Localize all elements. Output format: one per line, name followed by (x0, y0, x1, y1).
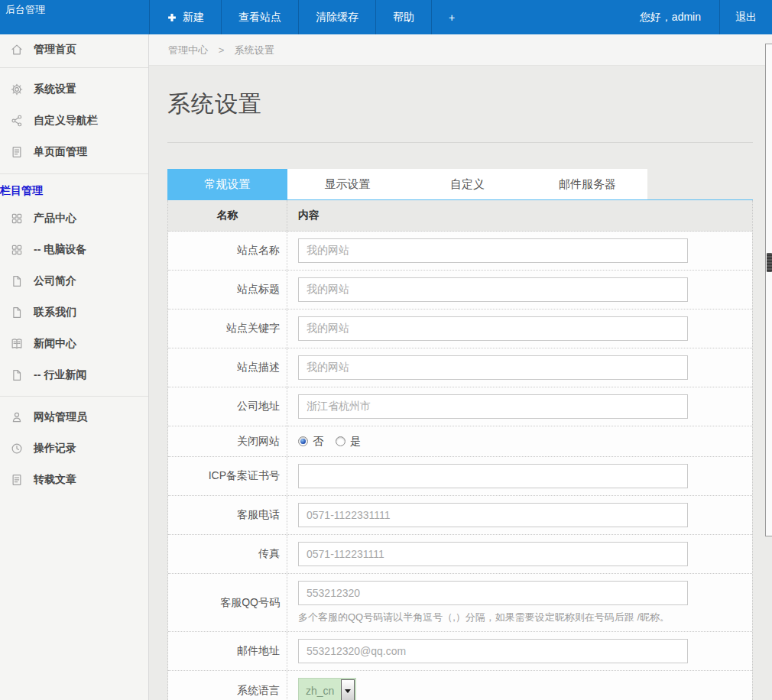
table-row: 传真 (168, 535, 752, 574)
menu-item-help[interactable]: 帮助 (375, 0, 431, 34)
site-description-input[interactable] (298, 355, 688, 380)
sidebar-item-system-settings[interactable]: 系统设置 (0, 73, 148, 105)
scrollbar-thumb[interactable] (767, 253, 772, 272)
close-site-radio-no[interactable] (298, 436, 308, 446)
header-name: 名称 (168, 200, 287, 231)
logout-button[interactable]: 退出 (719, 0, 772, 34)
settings-table: 名称 内容 站点名称 站点标题 站点关键字 站点描述 (167, 200, 753, 700)
clock-icon (10, 442, 24, 455)
sidebar-item-admin-home[interactable]: 管理首页 (0, 34, 148, 65)
site-title-input[interactable] (298, 277, 688, 302)
table-row: 站点名称 (168, 232, 752, 271)
settings-tabs: 常规设置 显示设置 自定义 邮件服务器 (167, 169, 753, 200)
site-name-input[interactable] (298, 238, 688, 263)
sidebar-item-label: 单页面管理 (34, 145, 87, 159)
main-area: 管理中心 > 系统设置 系统设置 常规设置 显示设置 自定义 邮件服务器 名称 … (149, 34, 772, 700)
tab-general-settings[interactable]: 常规设置 (167, 169, 287, 199)
header-content: 内容 (287, 200, 752, 231)
radio-option-label: 否 (313, 435, 323, 449)
email-address-input[interactable] (298, 639, 688, 663)
sidebar-item-product-center[interactable]: 产品中心 (0, 203, 148, 234)
system-language-select[interactable]: zh_cn (298, 678, 356, 700)
page-icon (10, 306, 24, 319)
gear-icon (10, 83, 24, 96)
book-icon (10, 337, 24, 351)
sidebar-item-label: 管理首页 (34, 43, 76, 57)
sidebar-item-company-profile[interactable]: 公司简介 (0, 265, 148, 297)
menu-item-clear-cache[interactable]: 清除缓存 (298, 0, 375, 34)
sidebar-item-industry-news[interactable]: -- 行业新闻 (0, 359, 148, 391)
sidebar-item-single-page[interactable]: 单页面管理 (0, 136, 148, 167)
sidebar: 管理首页 系统设置 自定义导航栏 单页面管理 栏目管理 产品中心 -- 电脑设备… (0, 34, 149, 700)
tab-custom[interactable]: 自定义 (407, 169, 527, 199)
field-label: ICP备案证书号 (168, 457, 287, 495)
sidebar-item-site-admins[interactable]: 网站管理员 (0, 401, 148, 433)
plus-icon (167, 12, 177, 23)
sidebar-item-label: 联系我们 (34, 306, 76, 319)
field-label: 站点名称 (168, 232, 287, 270)
sidebar-divider (0, 67, 148, 68)
sidebar-item-label: 自定义导航栏 (34, 114, 98, 128)
field-label: 邮件地址 (168, 632, 287, 670)
breadcrumb-root[interactable]: 管理中心 (168, 44, 208, 56)
qq-field-note: 多个客服的QQ号码请以半角逗号（,）分隔，如果需要设定昵称则在号码后跟 /昵称。 (298, 611, 752, 624)
menu-item-more[interactable]: + (431, 0, 472, 34)
service-phone-input[interactable] (298, 503, 688, 527)
tab-mail-server[interactable]: 邮件服务器 (527, 169, 647, 199)
menu-item-label: 新建 (183, 11, 204, 24)
field-label: 传真 (168, 535, 287, 573)
sidebar-item-label: -- 电脑设备 (34, 243, 86, 257)
close-site-radio-group: 否 是 (298, 433, 752, 450)
breadcrumb: 管理中心 > 系统设置 (149, 34, 772, 66)
sidebar-item-label: 系统设置 (34, 83, 76, 96)
sidebar-item-news-center[interactable]: 新闻中心 (0, 328, 148, 359)
share-icon (10, 114, 24, 128)
menu-item-new[interactable]: 新建 (149, 0, 221, 34)
content: 系统设置 常规设置 显示设置 自定义 邮件服务器 名称 内容 站点名称 站点标题 (149, 89, 772, 700)
sidebar-item-label: 转载文章 (34, 473, 76, 487)
user-icon (10, 410, 24, 424)
sidebar-item-computer-equipment[interactable]: -- 电脑设备 (0, 234, 148, 265)
company-address-input[interactable] (298, 394, 688, 419)
service-qq-input[interactable] (298, 581, 688, 605)
table-row: ICP备案证书号 (168, 457, 752, 496)
site-keywords-input[interactable] (298, 316, 688, 341)
field-label: 站点标题 (168, 271, 287, 309)
topbar-right: 您好，admin 退出 (621, 0, 772, 34)
menu-item-view-site[interactable]: 查看站点 (221, 0, 298, 34)
sidebar-item-custom-nav[interactable]: 自定义导航栏 (0, 105, 148, 136)
topbar: 后台管理 新建 查看站点 清除缓存 帮助 + 您好，admin 退出 (0, 0, 772, 34)
grid-icon (10, 212, 24, 225)
sidebar-item-operation-log[interactable]: 操作记录 (0, 433, 148, 464)
sidebar-item-reposted-articles[interactable]: 转载文章 (0, 464, 148, 495)
menu-item-label: + (449, 11, 455, 24)
fax-input[interactable] (298, 542, 688, 566)
table-row: 客服QQ号码 多个客服的QQ号码请以半角逗号（,）分隔，如果需要设定昵称则在号码… (168, 574, 752, 632)
table-header-row: 名称 内容 (168, 200, 752, 232)
app-title: 后台管理 (5, 3, 45, 17)
sidebar-item-label: -- 行业新闻 (34, 368, 86, 382)
select-value: zh_cn (299, 679, 340, 700)
page-icon (10, 274, 24, 288)
chevron-down-icon[interactable] (341, 679, 355, 700)
tab-display-settings[interactable]: 显示设置 (287, 169, 407, 199)
sidebar-item-label: 网站管理员 (34, 410, 87, 424)
table-row: 公司地址 (168, 387, 752, 426)
table-row: 邮件地址 (168, 632, 752, 671)
topbar-menu: 新建 查看站点 清除缓存 帮助 + (149, 0, 472, 34)
menu-item-label: 清除缓存 (316, 11, 358, 24)
vertical-scrollbar[interactable] (765, 44, 772, 536)
sidebar-item-contact-us[interactable]: 联系我们 (0, 297, 148, 328)
field-label: 站点描述 (168, 348, 287, 387)
home-icon (10, 43, 24, 57)
sidebar-divider (0, 173, 148, 174)
close-site-radio-yes[interactable] (336, 436, 345, 446)
sidebar-divider (0, 396, 148, 397)
table-row: 系统语言 zh_cn (168, 671, 752, 700)
menu-item-label: 查看站点 (238, 11, 281, 24)
page-title: 系统设置 (167, 89, 772, 120)
title-divider (167, 142, 753, 143)
icp-number-input[interactable] (298, 464, 688, 488)
table-row: 站点描述 (168, 348, 752, 387)
document-icon (10, 145, 24, 159)
